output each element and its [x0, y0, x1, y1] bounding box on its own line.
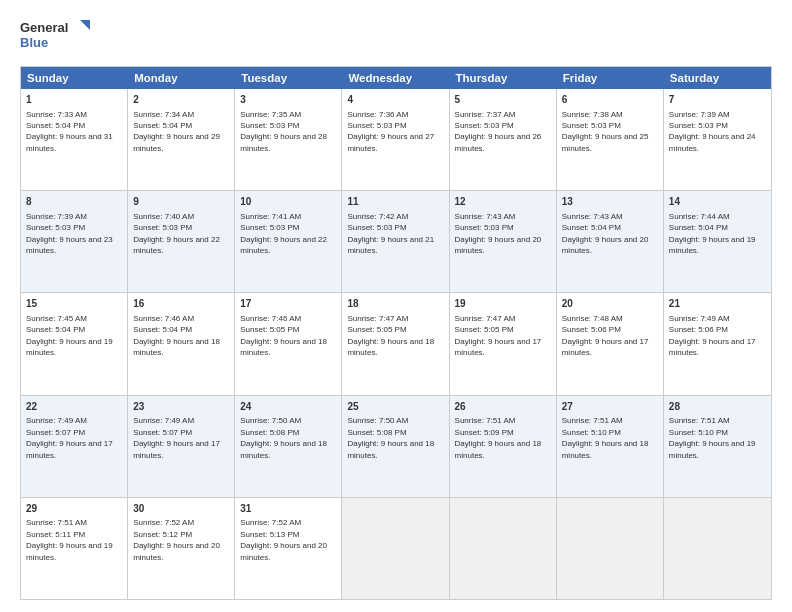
calendar-cell-12: 12 Sunrise: 7:43 AMSunset: 5:03 PMDaylig… — [450, 191, 557, 292]
calendar-cell-20: 20 Sunrise: 7:48 AMSunset: 5:06 PMDaylig… — [557, 293, 664, 394]
cell-info: Sunrise: 7:42 AMSunset: 5:03 PMDaylight:… — [347, 212, 434, 255]
cell-info: Sunrise: 7:43 AMSunset: 5:03 PMDaylight:… — [455, 212, 542, 255]
calendar-cell-29: 29 Sunrise: 7:51 AMSunset: 5:11 PMDaylig… — [21, 498, 128, 599]
cell-info: Sunrise: 7:50 AMSunset: 5:08 PMDaylight:… — [240, 416, 327, 459]
cell-date: 31 — [240, 502, 336, 516]
cell-date: 22 — [26, 400, 122, 414]
cell-info: Sunrise: 7:35 AMSunset: 5:03 PMDaylight:… — [240, 110, 327, 153]
calendar-cell-4: 4 Sunrise: 7:36 AMSunset: 5:03 PMDayligh… — [342, 89, 449, 190]
calendar-cell-13: 13 Sunrise: 7:43 AMSunset: 5:04 PMDaylig… — [557, 191, 664, 292]
cell-date: 6 — [562, 93, 658, 107]
empty-cell — [557, 498, 664, 599]
cell-date: 3 — [240, 93, 336, 107]
logo-svg: General Blue — [20, 16, 90, 56]
calendar-week-1: 1 Sunrise: 7:33 AMSunset: 5:04 PMDayligh… — [21, 89, 771, 191]
page: General Blue SundayMondayTuesdayWednesda… — [0, 0, 792, 612]
svg-text:General: General — [20, 20, 68, 35]
cell-info: Sunrise: 7:40 AMSunset: 5:03 PMDaylight:… — [133, 212, 220, 255]
logo: General Blue — [20, 16, 90, 56]
cell-date: 26 — [455, 400, 551, 414]
calendar-cell-9: 9 Sunrise: 7:40 AMSunset: 5:03 PMDayligh… — [128, 191, 235, 292]
calendar-cell-28: 28 Sunrise: 7:51 AMSunset: 5:10 PMDaylig… — [664, 396, 771, 497]
calendar-cell-10: 10 Sunrise: 7:41 AMSunset: 5:03 PMDaylig… — [235, 191, 342, 292]
cell-info: Sunrise: 7:50 AMSunset: 5:08 PMDaylight:… — [347, 416, 434, 459]
calendar-cell-3: 3 Sunrise: 7:35 AMSunset: 5:03 PMDayligh… — [235, 89, 342, 190]
calendar-cell-17: 17 Sunrise: 7:46 AMSunset: 5:05 PMDaylig… — [235, 293, 342, 394]
cell-info: Sunrise: 7:51 AMSunset: 5:09 PMDaylight:… — [455, 416, 542, 459]
cell-date: 8 — [26, 195, 122, 209]
cell-date: 10 — [240, 195, 336, 209]
calendar-cell-23: 23 Sunrise: 7:49 AMSunset: 5:07 PMDaylig… — [128, 396, 235, 497]
cell-info: Sunrise: 7:39 AMSunset: 5:03 PMDaylight:… — [669, 110, 756, 153]
calendar-week-5: 29 Sunrise: 7:51 AMSunset: 5:11 PMDaylig… — [21, 498, 771, 599]
calendar-cell-5: 5 Sunrise: 7:37 AMSunset: 5:03 PMDayligh… — [450, 89, 557, 190]
cell-date: 2 — [133, 93, 229, 107]
cell-date: 15 — [26, 297, 122, 311]
cell-info: Sunrise: 7:45 AMSunset: 5:04 PMDaylight:… — [26, 314, 113, 357]
cell-date: 23 — [133, 400, 229, 414]
cell-date: 14 — [669, 195, 766, 209]
calendar-body: 1 Sunrise: 7:33 AMSunset: 5:04 PMDayligh… — [21, 89, 771, 599]
cell-date: 13 — [562, 195, 658, 209]
calendar-week-2: 8 Sunrise: 7:39 AMSunset: 5:03 PMDayligh… — [21, 191, 771, 293]
cell-info: Sunrise: 7:52 AMSunset: 5:12 PMDaylight:… — [133, 518, 220, 561]
calendar-cell-21: 21 Sunrise: 7:49 AMSunset: 5:06 PMDaylig… — [664, 293, 771, 394]
day-header-sunday: Sunday — [21, 67, 128, 89]
cell-date: 11 — [347, 195, 443, 209]
cell-date: 20 — [562, 297, 658, 311]
cell-info: Sunrise: 7:43 AMSunset: 5:04 PMDaylight:… — [562, 212, 649, 255]
day-header-saturday: Saturday — [664, 67, 771, 89]
cell-date: 1 — [26, 93, 122, 107]
calendar-week-3: 15 Sunrise: 7:45 AMSunset: 5:04 PMDaylig… — [21, 293, 771, 395]
day-header-monday: Monday — [128, 67, 235, 89]
calendar-cell-11: 11 Sunrise: 7:42 AMSunset: 5:03 PMDaylig… — [342, 191, 449, 292]
day-header-wednesday: Wednesday — [342, 67, 449, 89]
calendar-cell-14: 14 Sunrise: 7:44 AMSunset: 5:04 PMDaylig… — [664, 191, 771, 292]
svg-marker-2 — [80, 20, 90, 30]
calendar-cell-7: 7 Sunrise: 7:39 AMSunset: 5:03 PMDayligh… — [664, 89, 771, 190]
day-header-tuesday: Tuesday — [235, 67, 342, 89]
cell-date: 21 — [669, 297, 766, 311]
cell-info: Sunrise: 7:47 AMSunset: 5:05 PMDaylight:… — [347, 314, 434, 357]
cell-date: 18 — [347, 297, 443, 311]
cell-info: Sunrise: 7:41 AMSunset: 5:03 PMDaylight:… — [240, 212, 327, 255]
calendar-cell-22: 22 Sunrise: 7:49 AMSunset: 5:07 PMDaylig… — [21, 396, 128, 497]
cell-date: 19 — [455, 297, 551, 311]
cell-date: 16 — [133, 297, 229, 311]
cell-info: Sunrise: 7:52 AMSunset: 5:13 PMDaylight:… — [240, 518, 327, 561]
header: General Blue — [20, 16, 772, 56]
calendar-cell-1: 1 Sunrise: 7:33 AMSunset: 5:04 PMDayligh… — [21, 89, 128, 190]
cell-info: Sunrise: 7:36 AMSunset: 5:03 PMDaylight:… — [347, 110, 434, 153]
cell-date: 5 — [455, 93, 551, 107]
calendar-header: SundayMondayTuesdayWednesdayThursdayFrid… — [21, 67, 771, 89]
cell-date: 17 — [240, 297, 336, 311]
empty-cell — [450, 498, 557, 599]
cell-info: Sunrise: 7:44 AMSunset: 5:04 PMDaylight:… — [669, 212, 756, 255]
calendar-cell-24: 24 Sunrise: 7:50 AMSunset: 5:08 PMDaylig… — [235, 396, 342, 497]
cell-info: Sunrise: 7:49 AMSunset: 5:07 PMDaylight:… — [26, 416, 113, 459]
svg-text:Blue: Blue — [20, 35, 48, 50]
calendar-cell-30: 30 Sunrise: 7:52 AMSunset: 5:12 PMDaylig… — [128, 498, 235, 599]
cell-date: 7 — [669, 93, 766, 107]
cell-info: Sunrise: 7:34 AMSunset: 5:04 PMDaylight:… — [133, 110, 220, 153]
cell-date: 12 — [455, 195, 551, 209]
cell-date: 29 — [26, 502, 122, 516]
cell-date: 30 — [133, 502, 229, 516]
cell-info: Sunrise: 7:48 AMSunset: 5:06 PMDaylight:… — [562, 314, 649, 357]
calendar: SundayMondayTuesdayWednesdayThursdayFrid… — [20, 66, 772, 600]
calendar-cell-16: 16 Sunrise: 7:46 AMSunset: 5:04 PMDaylig… — [128, 293, 235, 394]
calendar-cell-31: 31 Sunrise: 7:52 AMSunset: 5:13 PMDaylig… — [235, 498, 342, 599]
day-header-thursday: Thursday — [450, 67, 557, 89]
cell-info: Sunrise: 7:47 AMSunset: 5:05 PMDaylight:… — [455, 314, 542, 357]
cell-info: Sunrise: 7:38 AMSunset: 5:03 PMDaylight:… — [562, 110, 649, 153]
calendar-week-4: 22 Sunrise: 7:49 AMSunset: 5:07 PMDaylig… — [21, 396, 771, 498]
cell-date: 9 — [133, 195, 229, 209]
cell-info: Sunrise: 7:33 AMSunset: 5:04 PMDaylight:… — [26, 110, 113, 153]
empty-cell — [342, 498, 449, 599]
calendar-cell-15: 15 Sunrise: 7:45 AMSunset: 5:04 PMDaylig… — [21, 293, 128, 394]
cell-info: Sunrise: 7:46 AMSunset: 5:04 PMDaylight:… — [133, 314, 220, 357]
day-header-friday: Friday — [557, 67, 664, 89]
empty-cell — [664, 498, 771, 599]
cell-date: 28 — [669, 400, 766, 414]
calendar-cell-18: 18 Sunrise: 7:47 AMSunset: 5:05 PMDaylig… — [342, 293, 449, 394]
